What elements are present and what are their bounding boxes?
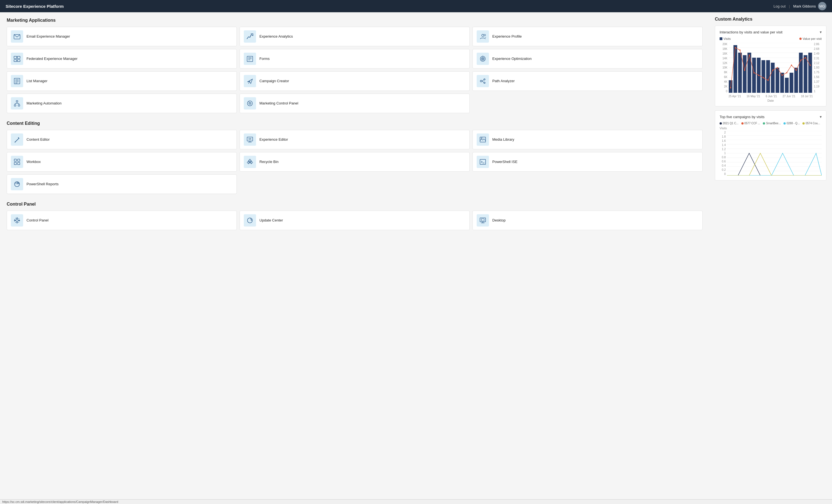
- app-tile-content-editor[interactable]: Content Editor: [7, 130, 237, 149]
- svg-point-105: [800, 60, 801, 61]
- app-tile-forms[interactable]: Forms: [240, 49, 470, 68]
- app-header: Sitecore Experience Platform Log out | M…: [0, 0, 832, 12]
- chart1-legend: Visits Value per visit: [720, 37, 822, 40]
- app-tile-marketing-control-panel[interactable]: Marketing Control Panel: [240, 93, 470, 113]
- svg-point-90: [730, 87, 731, 89]
- svg-point-21: [480, 80, 482, 82]
- legend-visits-icon: [720, 37, 722, 40]
- svg-point-97: [763, 77, 764, 79]
- control-panel-section-title: Control Panel: [7, 202, 703, 207]
- camp-legend-5: 0574 Cou...: [802, 122, 820, 125]
- marketing-control-panel-icon: [244, 97, 256, 110]
- experience-profile-label: Experience Profile: [492, 34, 522, 39]
- legend-value: Value per visit: [799, 37, 822, 40]
- app-tile-desktop[interactable]: Desktop: [472, 211, 703, 230]
- experience-editor-label: Experience Editor: [259, 137, 288, 142]
- app-tile-workbox[interactable]: Workbox: [7, 152, 237, 172]
- svg-point-2: [484, 34, 486, 36]
- camp-legend-3: SmartBee...: [763, 122, 781, 125]
- svg-point-94: [749, 55, 750, 56]
- powershell-reports-icon: [11, 178, 23, 190]
- app-tile-media-library[interactable]: Media Library: [472, 130, 703, 149]
- chart1-header: Interactions by visits and value per vis…: [720, 30, 822, 34]
- user-menu[interactable]: Mark Gibbons MG: [793, 2, 826, 10]
- app-tile-email-experience-manager[interactable]: Email Experience Manager: [7, 27, 237, 46]
- svg-line-25: [482, 81, 484, 82]
- svg-rect-84: [785, 78, 788, 93]
- marketing-automation-label: Marketing Automation: [26, 101, 62, 106]
- email-exp-manager-icon: [11, 30, 23, 43]
- svg-rect-3: [14, 56, 17, 58]
- app-tile-campaign-creator[interactable]: Campaign Creator: [240, 71, 470, 91]
- content-editor-label: Content Editor: [26, 137, 50, 142]
- control-panel-section: Control Panel Control Panel: [7, 202, 703, 230]
- chart2-area: 21.81.61.41.2 10.80.60.40.20: [720, 131, 822, 176]
- svg-rect-89: [808, 53, 812, 93]
- app-tile-list-manager[interactable]: List Manager: [7, 71, 237, 91]
- app-tile-control-panel[interactable]: Control Panel: [7, 211, 237, 230]
- svg-rect-73: [733, 45, 737, 93]
- svg-point-107: [810, 65, 811, 66]
- svg-rect-77: [752, 58, 756, 93]
- app-tile-path-analyzer[interactable]: Path Analyzer: [472, 71, 703, 91]
- svg-rect-47: [14, 159, 17, 161]
- app-tile-experience-editor[interactable]: Experience Editor: [240, 130, 470, 149]
- camp-label-2: 0577 CCF ...: [745, 122, 760, 125]
- svg-rect-50: [18, 162, 20, 165]
- svg-rect-5: [14, 60, 17, 62]
- experience-optimization-label: Experience Optimization: [492, 57, 531, 61]
- camp-dot-4: [783, 122, 786, 124]
- control-panel-apps-grid: Control Panel Update Center: [7, 211, 703, 230]
- custom-analytics-title: Custom Analytics: [715, 17, 826, 22]
- logout-button[interactable]: Log out: [774, 4, 785, 8]
- bar-line-chart-svg: [729, 43, 813, 93]
- marketing-apps-grid: Email Experience Manager Experience Anal…: [7, 27, 703, 113]
- left-panel: Marketing Applications Email Experience …: [0, 12, 709, 238]
- chart1-dropdown[interactable]: ▾: [820, 30, 822, 34]
- svg-point-22: [484, 79, 485, 80]
- svg-rect-85: [789, 73, 793, 93]
- app-tile-recycle-bin[interactable]: Recycle Bin: [240, 152, 470, 172]
- marketing-automation-icon: [11, 97, 23, 110]
- svg-line-24: [482, 80, 484, 81]
- chart2-dropdown[interactable]: ▾: [820, 114, 822, 119]
- app-tile-experience-profile[interactable]: Experience Profile: [472, 27, 703, 46]
- legend-value-icon: [799, 37, 802, 40]
- svg-point-95: [753, 72, 754, 74]
- marketing-section-title: Marketing Applications: [7, 18, 703, 23]
- app-tile-marketing-automation[interactable]: Marketing Automation: [7, 93, 237, 113]
- svg-rect-4: [17, 56, 20, 58]
- svg-point-101: [781, 75, 783, 76]
- desktop-icon: [477, 214, 489, 226]
- campaign-chart-svg: [727, 131, 822, 175]
- powershell-ise-icon: [477, 156, 489, 168]
- app-tile-update-center[interactable]: Update Center: [240, 211, 470, 230]
- camp-dot-5: [802, 122, 805, 124]
- svg-rect-80: [766, 60, 770, 93]
- app-tile-experience-analytics[interactable]: Experience Analytics: [240, 27, 470, 46]
- forms-label: Forms: [259, 57, 270, 61]
- right-panel: Custom Analytics Interactions by visits …: [709, 12, 832, 238]
- experience-editor-icon: [244, 134, 256, 146]
- svg-rect-58: [482, 219, 484, 221]
- legend-value-label: Value per visit: [803, 37, 822, 40]
- workbox-label: Workbox: [26, 160, 41, 164]
- recycle-bin-label: Recycle Bin: [259, 160, 279, 164]
- chart-card-2: Top five campaigns by visits ▾ 2021 Q1 C…: [715, 110, 826, 180]
- camp-legend-2: 0577 CCF ...: [742, 122, 760, 125]
- svg-line-37: [15, 138, 19, 142]
- experience-optimization-icon: [477, 53, 489, 65]
- app-tile-experience-optimization[interactable]: Experience Optimization: [472, 49, 703, 68]
- chart2-header: Top five campaigns by visits ▾: [720, 114, 822, 119]
- app-tile-powershell-ise[interactable]: PowerShell ISE: [472, 152, 703, 172]
- content-editing-apps-grid: Content Editor Experience Editor: [7, 130, 703, 194]
- svg-line-36: [249, 101, 249, 102]
- svg-point-106: [805, 57, 806, 58]
- app-tile-federated-experience-manager[interactable]: Federated Experience Manager: [7, 49, 237, 68]
- app-tile-powershell-reports[interactable]: PowerShell Reports: [7, 174, 237, 194]
- camp-label-5: 0574 Cou...: [806, 122, 820, 125]
- campaign-creator-icon: [244, 75, 256, 87]
- svg-point-1: [482, 34, 484, 36]
- chart1-area: 20K18K16K14K12K 10K8K6K4K2K0: [720, 43, 822, 93]
- email-exp-manager-label: Email Experience Manager: [26, 34, 70, 39]
